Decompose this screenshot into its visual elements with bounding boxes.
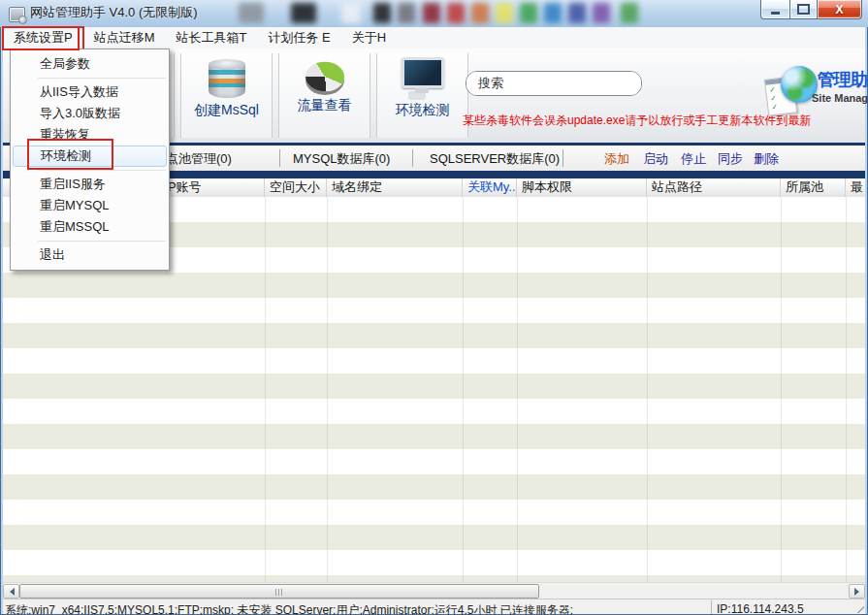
- taskbar-thumbnail: [341, 3, 361, 23]
- menubar-item-5[interactable]: 关于H: [341, 27, 397, 49]
- minimize-button[interactable]: [760, 0, 790, 19]
- taskbar-thumbnail: [447, 3, 465, 23]
- logo-title: 管理助手: [818, 68, 868, 91]
- taskbar-thumbnail: [593, 3, 610, 23]
- taskbar-thumbnail: [544, 3, 562, 23]
- pie-chart-icon: [304, 53, 346, 94]
- system-menu-item-12[interactable]: 退出: [11, 244, 169, 266]
- toolbar-button-3[interactable]: 流量查看: [278, 53, 370, 138]
- action-3[interactable]: 停止: [681, 150, 706, 168]
- antivirus-warning: 某些杀毒软件会误杀update.exe请予以放行或手工更新本软件到最新: [463, 113, 811, 129]
- close-icon: X: [835, 3, 843, 16]
- window-title: 网站管理助手 V4.0 (无限制版): [30, 0, 198, 27]
- scrollbar-grip-icon: [275, 589, 283, 596]
- resize-grip[interactable]: [852, 601, 864, 613]
- app-window: 网站管理助手 V4.0 (无限制版) X 系统设置P站点迁移M站长工具箱T计划任…: [0, 0, 868, 615]
- system-menu-item-8[interactable]: 重启IIS服务: [11, 174, 169, 195]
- arrow-left-icon: [6, 588, 15, 596]
- scroll-right-button[interactable]: [849, 584, 865, 599]
- scrollbar-thumb[interactable]: [19, 584, 539, 599]
- tab-separator: [563, 149, 563, 167]
- column-header-3[interactable]: 域名绑定: [327, 178, 463, 197]
- taskbar-thumbnail: [568, 3, 586, 23]
- taskbar-thumbnail: [471, 3, 489, 23]
- taskbar-thumbnail: [398, 3, 415, 23]
- column-header-8[interactable]: 最: [846, 178, 865, 197]
- menu-bar: 系统设置P站点迁移M站长工具箱T计划任务 E关于H: [3, 27, 865, 49]
- action-5[interactable]: 删除: [754, 150, 779, 168]
- taskbar-thumbnail: [520, 3, 537, 23]
- column-gridline: [846, 197, 847, 582]
- menu-separator: [38, 170, 166, 171]
- menubar-item-1[interactable]: 系统设置P: [3, 27, 83, 49]
- system-menu-item-3[interactable]: 从IIS导入数据: [11, 81, 169, 103]
- monitor-icon: [400, 56, 446, 99]
- column-gridline: [463, 197, 464, 582]
- status-divider: [711, 600, 712, 614]
- status-ip: IP:116.114.243.5: [717, 602, 804, 614]
- database-icon: [206, 58, 248, 99]
- column-header-5[interactable]: 脚本权限: [517, 178, 647, 197]
- title-bar[interactable]: 网站管理助手 V4.0 (无限制版) X: [0, 0, 868, 27]
- taskbar-thumbnail: [239, 3, 264, 23]
- taskbar-thumbnail: [423, 3, 440, 23]
- column-header-4[interactable]: 关联My...: [463, 178, 517, 197]
- taskbar-thumbnail: [373, 3, 391, 23]
- scroll-left-button[interactable]: [3, 584, 19, 599]
- action-2[interactable]: 启动: [643, 150, 668, 168]
- column-gridline: [647, 197, 648, 582]
- system-menu-item-5[interactable]: 重装恢复: [11, 124, 169, 146]
- action-1[interactable]: 添加: [604, 150, 629, 168]
- arrow-right-icon: [854, 588, 863, 596]
- system-menu-item-10[interactable]: 重启MSSQL: [11, 216, 169, 238]
- column-header-7[interactable]: 所属池: [781, 178, 846, 197]
- status-bar: 系统:win7_x64;IIS7.5;MYSQL5.1;FTP:mskp; 未安…: [3, 599, 865, 614]
- app-icon: [9, 7, 25, 22]
- maximize-button[interactable]: [790, 0, 818, 19]
- column-gridline: [781, 197, 782, 582]
- tab-3[interactable]: SQLSERVER数据库(0): [430, 150, 560, 168]
- column-header-6[interactable]: 站点路径: [647, 178, 781, 197]
- menu-separator: [38, 78, 166, 79]
- close-button[interactable]: X: [818, 0, 862, 19]
- tab-separator: [412, 149, 413, 167]
- status-system-info: 系统:win7_x64;IIS7.5;MYSQL5.1;FTP:mskp; 未安…: [5, 602, 573, 614]
- brand-logo: 管理助手 Site Managemet: [763, 60, 864, 111]
- system-menu: 全局参数从IIS导入数据导入3.0版数据重装恢复环境检测重启IIS服务重启MYS…: [10, 49, 170, 271]
- system-menu-item-4[interactable]: 导入3.0版数据: [11, 103, 169, 124]
- maximize-icon: [797, 4, 810, 15]
- system-menu-item-9[interactable]: 重启MYSQL: [11, 195, 169, 216]
- search-pill: [466, 71, 642, 96]
- logo-subtitle: Site Managemet: [812, 92, 868, 104]
- tab-2[interactable]: MYSQL数据库(0): [293, 150, 390, 168]
- menu-separator: [38, 241, 166, 242]
- menubar-item-3[interactable]: 站长工具箱T: [166, 27, 258, 49]
- toolbar-button-2[interactable]: 创建MsSql: [180, 53, 273, 138]
- column-gridline: [327, 197, 328, 582]
- system-menu-item-6[interactable]: 环境检测: [13, 146, 167, 167]
- action-4[interactable]: 同步: [718, 150, 743, 168]
- search-input[interactable]: [466, 72, 642, 95]
- system-menu-item-1[interactable]: 全局参数: [11, 53, 169, 75]
- tab-separator: [279, 149, 280, 167]
- taskbar-thumbnail: [496, 3, 513, 23]
- column-gridline: [517, 197, 518, 582]
- column-header-2[interactable]: 空间大小: [265, 178, 327, 197]
- taskbar-thumbnail: [621, 3, 638, 23]
- taskbar-thumbnail: [291, 3, 316, 23]
- menubar-item-2[interactable]: 站点迁移M: [83, 27, 166, 49]
- column-gridline: [265, 197, 266, 582]
- menubar-item-4[interactable]: 计划任务 E: [257, 27, 340, 49]
- toolbar-button-4[interactable]: 环境检测: [376, 53, 468, 138]
- minimize-icon: [771, 12, 780, 15]
- horizontal-scrollbar[interactable]: [3, 582, 865, 599]
